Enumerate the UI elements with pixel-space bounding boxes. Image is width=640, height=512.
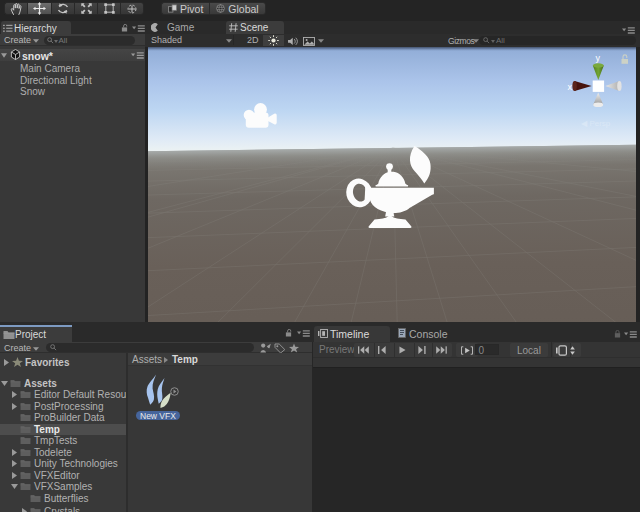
svg-text:x: x [568, 81, 573, 91]
svg-text:y: y [596, 52, 601, 62]
svg-text:◀ Persp: ◀ Persp [581, 118, 611, 127]
